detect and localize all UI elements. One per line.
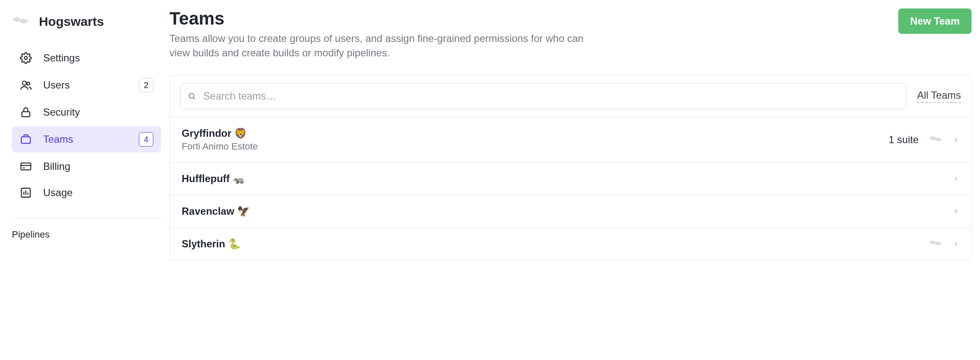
sidebar-badge: 4 <box>139 132 153 147</box>
sidebar-badge: 2 <box>139 78 153 92</box>
org-mini-icon <box>929 239 942 249</box>
teams-panel: All Teams Gryffindor 🦁 Forti Animo Estot… <box>169 75 972 260</box>
team-left: Slytherin 🐍 <box>182 238 241 250</box>
sidebar-nav: Settings Users 2 Security Teams 4 <box>12 46 161 205</box>
team-right: 1 suite <box>889 134 959 146</box>
lock-icon <box>19 106 32 119</box>
all-teams-link[interactable]: All Teams <box>917 89 961 103</box>
team-subtitle: Forti Animo Estote <box>182 141 258 152</box>
svg-point-0 <box>25 57 28 60</box>
sidebar-item-billing[interactable]: Billing <box>12 154 161 179</box>
svg-point-12 <box>189 94 194 99</box>
chart-icon <box>19 186 32 199</box>
chevron-right-icon <box>952 241 959 247</box>
card-icon <box>19 160 32 173</box>
svg-rect-4 <box>22 137 30 143</box>
team-meta: 1 suite <box>889 134 919 146</box>
team-row[interactable]: Gryffindor 🦁 Forti Animo Estote 1 suite <box>170 117 971 163</box>
svg-line-13 <box>194 98 195 100</box>
title-row: Teams Teams allow you to create groups o… <box>169 8 972 60</box>
chevron-right-icon <box>952 208 959 215</box>
org-logo-icon <box>12 15 29 28</box>
title-block: Teams Teams allow you to create groups o… <box>169 8 584 60</box>
team-left: Hufflepuff 🦡 <box>182 173 245 185</box>
team-right <box>952 175 959 182</box>
sidebar-item-label: Usage <box>43 187 153 199</box>
org-header[interactable]: Hogswarts <box>12 12 161 46</box>
search-wrap <box>180 83 907 109</box>
sidebar-item-label: Teams <box>43 133 128 145</box>
search-row: All Teams <box>170 75 971 117</box>
org-mini-icon <box>929 135 942 145</box>
svg-point-1 <box>22 81 26 85</box>
team-name: Slytherin 🐍 <box>182 238 241 250</box>
sidebar-item-label: Settings <box>43 52 153 64</box>
team-right <box>929 239 959 249</box>
sidebar-section-pipelines[interactable]: Pipelines <box>12 227 161 243</box>
search-icon <box>188 92 196 100</box>
sidebar-item-teams[interactable]: Teams 4 <box>12 126 161 152</box>
new-team-button[interactable]: New Team <box>898 8 972 34</box>
org-name: Hogswarts <box>39 14 104 29</box>
sidebar-item-usage[interactable]: Usage <box>12 180 161 205</box>
team-row[interactable]: Ravenclaw 🦅 <box>170 195 971 228</box>
team-name: Ravenclaw 🦅 <box>182 205 250 217</box>
sidebar-item-users[interactable]: Users 2 <box>12 72 161 98</box>
sidebar-item-label: Users <box>43 79 128 91</box>
sidebar-item-security[interactable]: Security <box>12 100 161 125</box>
svg-rect-3 <box>22 112 30 117</box>
sidebar-item-settings[interactable]: Settings <box>12 46 161 70</box>
search-input[interactable] <box>180 83 907 109</box>
briefcase-icon <box>19 133 32 146</box>
svg-rect-5 <box>21 163 30 170</box>
team-name: Gryffindor 🦁 <box>182 127 258 139</box>
team-left: Gryffindor 🦁 Forti Animo Estote <box>182 127 258 152</box>
sidebar-item-label: Security <box>43 106 153 118</box>
team-right <box>952 208 959 215</box>
team-name: Hufflepuff 🦡 <box>182 173 245 185</box>
users-icon <box>19 79 32 91</box>
sidebar: Hogswarts Settings Users 2 Security <box>0 0 169 360</box>
divider <box>12 218 161 218</box>
team-row[interactable]: Hufflepuff 🦡 <box>170 163 971 195</box>
sidebar-item-label: Billing <box>43 161 153 172</box>
chevron-right-icon <box>952 175 959 182</box>
page-description: Teams allow you to create groups of user… <box>169 31 584 60</box>
main-content: Teams Teams allow you to create groups o… <box>169 0 980 360</box>
team-row[interactable]: Slytherin 🐍 <box>170 228 971 260</box>
page-title: Teams <box>169 8 584 29</box>
chevron-right-icon <box>952 136 959 143</box>
svg-point-2 <box>27 82 30 85</box>
team-left: Ravenclaw 🦅 <box>182 205 250 217</box>
gear-icon <box>19 52 32 64</box>
